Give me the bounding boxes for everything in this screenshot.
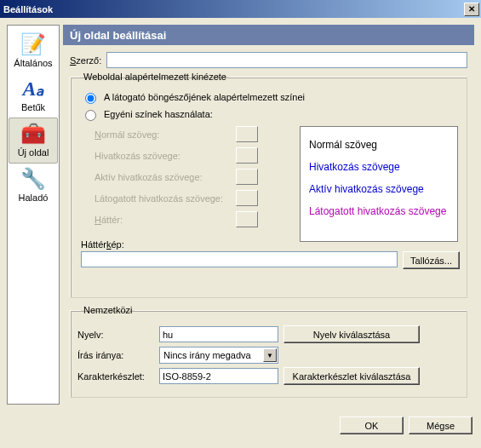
sidebar-item-label: Betűk [9,102,58,112]
tools-icon: 🔧 [9,167,58,191]
chevron-down-icon: ▼ [263,348,277,362]
appearance-group: Weboldal alapértelmezett kinézete A láto… [70,72,467,298]
direction-label: Írás iránya: [77,350,154,360]
sidebar-item-label: Általános [9,58,58,68]
window-title: Beállítások [3,4,53,14]
radio-default-input[interactable] [85,93,96,104]
sidebar-item-label: Haladó [9,192,58,203]
title-bar: Beállítások ✕ [0,0,481,18]
sidebar-item-advanced[interactable]: 🔧 Haladó [9,164,58,208]
preview-normal: Normál szöveg [309,134,449,156]
appearance-legend: Weboldal alapértelmezett kinézete [81,72,229,82]
radio-default-colors[interactable]: A látogató böngészőjének alapértelmezett… [81,90,460,104]
cancel-button[interactable]: Mégse [409,416,472,434]
main-panel: Új oldal beállításai Szerző: Weboldal al… [63,25,474,405]
author-input[interactable] [106,52,467,68]
preview-vlink: Látogatott hivatkozás szövege [309,200,449,222]
dialog-body: 📝 Általános Aₐ Betűk 🧰 Új oldal 🔧 Haladó… [0,18,481,411]
normal-text-label: Normál szöveg: [94,129,231,140]
category-sidebar: 📝 Általános Aₐ Betűk 🧰 Új oldal 🔧 Haladó [7,25,60,405]
section-title: Új oldal beállításai [63,25,474,45]
preview-link: Hivatkozás szövege [309,156,449,178]
browse-button[interactable]: Tallózás... [403,251,460,269]
author-label: Szerző: [70,55,101,66]
language-select-button[interactable]: Nyelv kiválasztása [283,325,420,343]
visited-link-swatch[interactable] [236,190,258,206]
radio-custom-colors[interactable]: Egyéni színek használata: [81,107,460,121]
intl-legend: Nemzetközi [81,305,135,315]
font-icon: Aₐ [9,77,58,101]
charset-select-button[interactable]: Karakterkészlet kiválasztása [283,367,420,385]
direction-value: Nincs irány megadva [163,350,251,360]
dialog-footer: OK Mégse [0,411,481,434]
charset-label: Karakterkészlet: [77,371,154,382]
close-icon[interactable]: ✕ [464,3,479,16]
charset-input[interactable] [159,368,278,384]
sidebar-item-newpage[interactable]: 🧰 Új oldal [9,118,58,164]
direction-select[interactable]: Nincs irány megadva ▼ [159,347,278,364]
intl-group: Nemzetközi Nyelv: Nyelv kiválasztása Írá… [70,305,467,398]
background-label: Háttér: [94,215,231,225]
sidebar-item-label: Új oldal [9,147,57,158]
language-label: Nyelv: [77,330,154,340]
link-text-label: Hivatkozás szövege: [94,151,231,161]
pencil-icon: 📝 [9,32,58,56]
sidebar-item-fonts[interactable]: Aₐ Betűk [9,73,58,118]
radio-custom-label: Egyéni színek használata: [104,109,213,119]
language-input[interactable] [159,326,278,342]
link-swatch[interactable] [236,147,258,164]
bgimage-input[interactable] [81,251,398,267]
background-swatch[interactable] [236,211,258,227]
radio-default-label: A látogató böngészőjének alapértelmezett… [104,92,305,102]
toolbox-icon: 🧰 [9,122,57,146]
active-link-label: Aktív hivatkozás szövege: [94,172,231,182]
preview-alink: Aktív hivatkozás szövege [309,178,449,200]
color-preview: Normál szöveg Hivatkozás szövege Aktív h… [300,126,458,242]
visited-link-label: Látogatott hivatkozás szövege: [94,193,231,204]
active-link-swatch[interactable] [236,169,258,185]
ok-button[interactable]: OK [340,416,404,434]
sidebar-item-general[interactable]: 📝 Általános [9,29,58,73]
normal-text-swatch[interactable] [236,126,258,142]
radio-custom-input[interactable] [85,110,96,121]
